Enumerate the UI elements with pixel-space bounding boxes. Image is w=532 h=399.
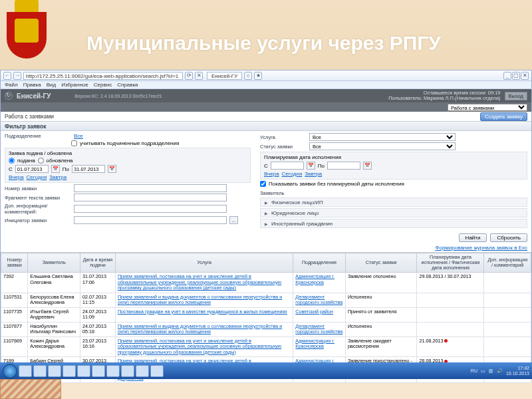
cell-link[interactable]: Департамент городского хозяйства xyxy=(295,294,342,306)
calendar-icon[interactable]: 📅 xyxy=(51,165,60,173)
plan-to-input[interactable] xyxy=(327,162,360,170)
status-select[interactable]: Все xyxy=(309,142,456,150)
cell-link[interactable]: Прием заявлений, постановка на учет и за… xyxy=(118,338,281,355)
back-button[interactable]: ← xyxy=(3,72,11,80)
taskbar-chrome-icon[interactable] xyxy=(106,365,120,377)
quick-today[interactable]: Сегодня xyxy=(27,174,47,180)
menu-file[interactable]: Файл xyxy=(5,82,18,88)
taskbar-app-icon[interactable] xyxy=(63,365,76,377)
stop-button[interactable]: ✕ xyxy=(195,72,203,80)
table-row[interactable]: 1107735Итыгбаев Сергей Андреевич24.07.20… xyxy=(1,307,531,322)
cell-link[interactable]: Департамент городского хозяйства xyxy=(295,323,342,335)
date-from-input[interactable] xyxy=(15,165,49,173)
table-cell: Советский район xyxy=(293,307,346,322)
quick-yesterday[interactable]: Вчера xyxy=(9,174,24,180)
cell-link[interactable]: Администрация г. Красноярска xyxy=(295,338,334,350)
taskbar-media-icon[interactable] xyxy=(77,365,90,377)
slide-title: Муниципальные услуги через РПГУ xyxy=(86,32,441,55)
calendar-icon[interactable]: 📅 xyxy=(363,162,372,170)
col-header[interactable]: Доп. информация / комментарий xyxy=(484,253,531,273)
calendar-icon[interactable]: 📅 xyxy=(307,162,315,170)
table-row[interactable]: 1107531Белоруссова Елена Александровна02… xyxy=(1,293,531,307)
col-header[interactable]: Подразделение xyxy=(293,253,346,273)
date-to-input[interactable] xyxy=(72,165,105,173)
menu-view[interactable]: Вид xyxy=(47,82,56,88)
browser-tab[interactable]: Енисей-ГУ xyxy=(207,72,242,80)
subdiv-value[interactable]: Все xyxy=(74,133,83,139)
menu-favorites[interactable]: Избранное xyxy=(61,82,88,88)
table-row[interactable]: 1107869Кожич Дарья Александровна23.07.20… xyxy=(1,336,531,357)
create-request-button[interactable]: Создать заявку xyxy=(480,112,527,121)
app-name: Енисей-ГУ xyxy=(17,92,51,100)
cell-link[interactable]: Советский район xyxy=(295,309,333,315)
cell-link[interactable]: Администрация г. Красноярска xyxy=(295,273,334,285)
calendar-icon[interactable]: 📅 xyxy=(108,165,116,173)
quick-tomorrow[interactable]: Завтра xyxy=(305,171,322,177)
fragment-input[interactable] xyxy=(74,194,227,201)
quick-tomorrow[interactable]: Завтра xyxy=(49,174,66,180)
system-tray[interactable]: RU ▭ ▥ 🔊 17:42 10.10.2013 xyxy=(471,366,529,376)
maximize-button[interactable]: ▢ xyxy=(512,72,520,80)
num-input[interactable] xyxy=(74,184,227,192)
refresh-button[interactable]: ⟳ xyxy=(185,72,193,80)
cell-link[interactable]: Прием заявлений и выдача документов о со… xyxy=(118,323,282,335)
taskbar-excel-icon[interactable] xyxy=(150,365,164,377)
taskbar-app-icon[interactable] xyxy=(121,365,134,377)
col-header[interactable]: Статус заявки xyxy=(345,253,417,273)
footer-decoration xyxy=(0,379,61,399)
export-link[interactable]: Формирование журнала заявок в Exc xyxy=(435,245,527,251)
taskbar-ie-icon[interactable] xyxy=(19,365,32,377)
col-header[interactable]: Дата и время подачи xyxy=(80,253,115,273)
service-select[interactable]: Все xyxy=(309,133,456,141)
initiator-input[interactable] xyxy=(74,216,227,224)
address-bar[interactable]: http://172.25.25.11:8082/gui/eca-web-app… xyxy=(23,72,183,80)
table-cell xyxy=(417,322,484,336)
menu-help[interactable]: Справка xyxy=(117,82,138,88)
taskbar-app-icon[interactable] xyxy=(92,365,105,377)
table-cell xyxy=(484,293,531,307)
cell-link[interactable]: Постановка граждан на учет в качестве ну… xyxy=(118,309,287,315)
taskbar-word-icon[interactable] xyxy=(136,365,149,377)
menu-tools[interactable]: Сервис xyxy=(94,82,112,88)
menu-edit[interactable]: Правка xyxy=(23,82,41,88)
radio-submitted[interactable] xyxy=(9,158,15,164)
table-cell: Прием заявлений, постановка на учет и за… xyxy=(115,336,293,357)
acc-legal[interactable]: ▶Юридическое лицо xyxy=(260,208,527,217)
table-cell xyxy=(484,307,531,322)
include-sub-checkbox[interactable] xyxy=(71,140,77,146)
radio-updated[interactable] xyxy=(38,158,44,164)
acc-foreign[interactable]: ▶Иностранный гражданин xyxy=(260,219,527,228)
col-header[interactable]: Заявитель xyxy=(28,253,80,273)
col-header[interactable]: Услуга xyxy=(115,253,293,273)
table-row[interactable]: 7392Ельшина Светлана Олеговна31.07.2013 … xyxy=(1,273,531,293)
mode-select[interactable]: Работа с заявками xyxy=(448,104,527,111)
no-date-checkbox[interactable] xyxy=(260,181,266,187)
acc-individual[interactable]: ▶Физическое лицо/ИП xyxy=(260,198,527,207)
start-button[interactable] xyxy=(3,364,17,378)
logout-button[interactable]: Выход xyxy=(505,92,527,100)
tray-network-icon: ▥ xyxy=(489,368,493,374)
find-button[interactable]: Найти xyxy=(459,233,487,242)
close-button[interactable]: ✕ xyxy=(521,72,529,80)
plan-from-input[interactable] xyxy=(271,162,304,170)
extra-input[interactable] xyxy=(74,205,227,213)
table-row[interactable]: 1107877Насибуллин Ильгизар Раянсович24.0… xyxy=(1,322,531,336)
lookup-icon[interactable]: … xyxy=(229,216,238,224)
col-header[interactable]: Номер заявки xyxy=(1,253,28,273)
tray-lang[interactable]: RU xyxy=(471,368,477,373)
cell-link[interactable]: Прием заявлений и выдача документов о со… xyxy=(118,294,282,306)
home-button[interactable]: ⌂ xyxy=(244,72,252,80)
refresh-icon[interactable] xyxy=(5,92,13,100)
forward-button[interactable]: → xyxy=(13,72,21,80)
taskbar-outlook-icon[interactable] xyxy=(48,365,61,377)
table-cell: Итыгбаев Сергей Андреевич xyxy=(28,307,80,322)
taskbar-explorer-icon[interactable] xyxy=(33,365,47,377)
quick-yesterday[interactable]: Вчера xyxy=(264,171,279,177)
favorites-icon[interactable]: ★ xyxy=(254,72,262,80)
col-header[interactable]: Планируемая дата исполнения / Фактическа… xyxy=(417,253,484,273)
reset-button[interactable]: Сбросить xyxy=(490,233,527,242)
minimize-button[interactable]: _ xyxy=(503,72,511,80)
cell-link[interactable]: Прием заявлений, постановка на учет и за… xyxy=(118,273,281,291)
quick-today[interactable]: Сегодня xyxy=(282,171,303,177)
table-cell xyxy=(417,293,484,307)
